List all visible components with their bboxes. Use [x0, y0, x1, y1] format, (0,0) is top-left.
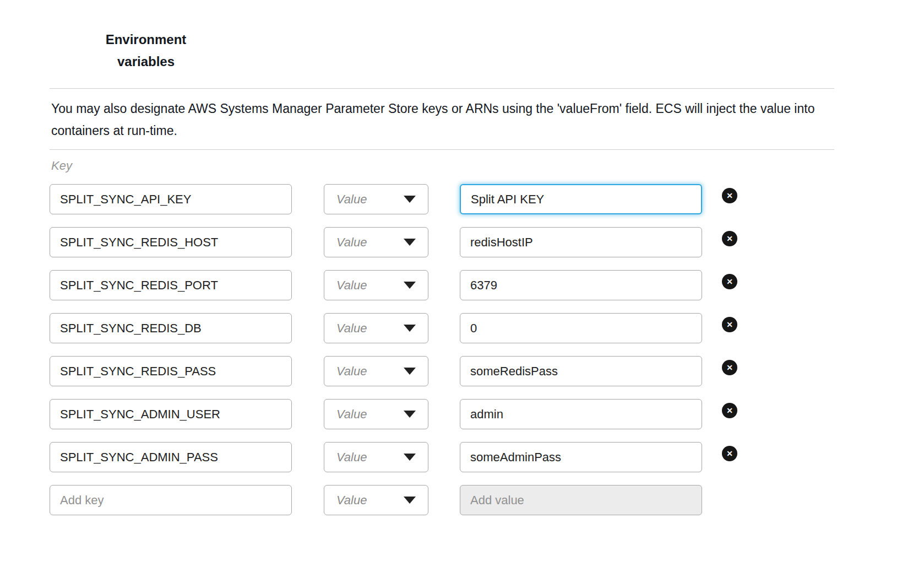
remove-row-button[interactable]: ✕	[722, 317, 737, 332]
help-text: You may also designate AWS Systems Manag…	[51, 98, 836, 142]
chevron-down-icon	[404, 239, 416, 246]
env-type-selected: Value	[336, 450, 367, 465]
remove-row-button[interactable]: ✕	[722, 403, 737, 418]
env-value-input[interactable]	[460, 270, 702, 300]
env-type-selected: Value	[336, 407, 367, 422]
chevron-down-icon	[404, 497, 416, 504]
env-var-row: Value ✕	[50, 356, 924, 386]
remove-row-button[interactable]: ✕	[722, 231, 737, 246]
chevron-down-icon	[404, 325, 416, 332]
env-type-selected: Value	[336, 278, 367, 293]
env-var-row: Value ✕	[50, 184, 924, 214]
env-value-input[interactable]	[460, 227, 702, 257]
remove-row-button[interactable]: ✕	[722, 446, 737, 461]
env-key-input[interactable]	[50, 184, 292, 214]
env-var-row: Value ✕	[50, 227, 924, 257]
env-type-select[interactable]: Value	[324, 485, 428, 515]
env-type-select[interactable]: Value	[324, 442, 428, 472]
remove-row-button[interactable]: ✕	[722, 188, 737, 203]
env-value-input[interactable]	[460, 356, 702, 386]
add-key-input[interactable]	[50, 485, 292, 515]
close-icon: ✕	[726, 192, 733, 199]
env-value-input[interactable]	[460, 184, 702, 214]
key-column-header: Key	[51, 159, 924, 173]
env-var-row: Value ✕	[50, 399, 924, 429]
env-value-input[interactable]	[460, 442, 702, 472]
env-type-selected: Value	[336, 364, 367, 379]
environment-variables-label-line1: Environment	[50, 29, 242, 51]
environment-variables-label-line2: variables	[50, 51, 242, 73]
env-type-selected: Value	[336, 493, 367, 508]
env-var-row: Value ✕	[50, 313, 924, 343]
environment-variables-label: Environment variables	[50, 29, 242, 73]
env-type-selected: Value	[336, 192, 367, 207]
env-type-select[interactable]: Value	[324, 356, 428, 386]
divider-top	[50, 88, 834, 89]
close-icon: ✕	[726, 407, 733, 414]
env-type-select[interactable]: Value	[324, 227, 428, 257]
add-value-input[interactable]	[460, 485, 702, 515]
env-type-select[interactable]: Value	[324, 313, 428, 343]
env-type-selected: Value	[336, 235, 367, 250]
close-icon: ✕	[726, 450, 733, 457]
close-icon: ✕	[726, 321, 733, 328]
chevron-down-icon	[404, 196, 416, 203]
env-key-input[interactable]	[50, 356, 292, 386]
env-var-add-row: Value	[50, 485, 924, 515]
divider-middle	[50, 149, 834, 150]
chevron-down-icon	[404, 368, 416, 375]
env-type-select[interactable]: Value	[324, 270, 428, 300]
env-type-select[interactable]: Value	[324, 399, 428, 429]
env-type-select[interactable]: Value	[324, 184, 428, 214]
env-key-input[interactable]	[50, 313, 292, 343]
env-var-row: Value ✕	[50, 270, 924, 300]
chevron-down-icon	[404, 282, 416, 289]
close-icon: ✕	[726, 364, 733, 371]
env-var-row: Value ✕	[50, 442, 924, 472]
chevron-down-icon	[404, 411, 416, 418]
remove-row-button[interactable]: ✕	[722, 360, 737, 375]
remove-row-button[interactable]: ✕	[722, 274, 737, 289]
env-key-input[interactable]	[50, 399, 292, 429]
env-key-input[interactable]	[50, 270, 292, 300]
env-type-selected: Value	[336, 321, 367, 336]
chevron-down-icon	[404, 454, 416, 461]
env-value-input[interactable]	[460, 399, 702, 429]
env-key-input[interactable]	[50, 227, 292, 257]
env-value-input[interactable]	[460, 313, 702, 343]
env-key-input[interactable]	[50, 442, 292, 472]
close-icon: ✕	[726, 278, 733, 285]
close-icon: ✕	[726, 235, 733, 242]
env-var-rows: Value ✕ Value ✕ Value ✕ Value	[0, 184, 924, 472]
